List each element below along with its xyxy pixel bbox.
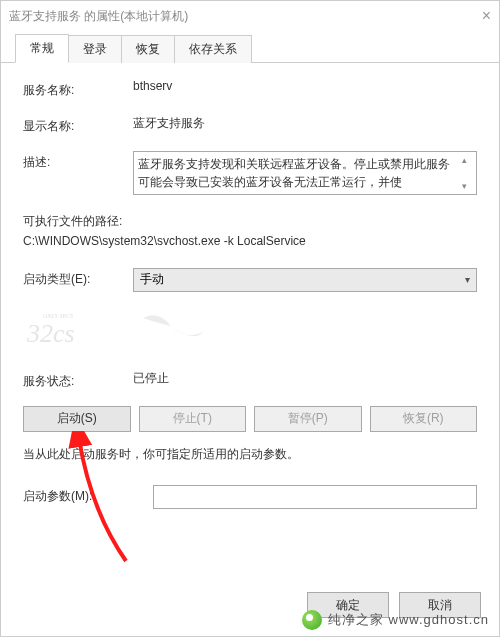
ok-button[interactable]: 确定 [307,592,389,618]
titlebar: 蓝牙支持服务 的属性(本地计算机) × [1,1,499,31]
dialog-buttons: 确定 取消 [307,592,481,618]
properties-dialog: 蓝牙支持服务 的属性(本地计算机) × 常规 登录 恢复 依存关系 服务名称: … [0,0,500,637]
service-control-buttons: 启动(S) 停止(T) 暂停(P) 恢复(R) [23,406,477,432]
start-button[interactable]: 启动(S) [23,406,131,432]
svg-text:32cs: 32cs [26,319,75,348]
tab-strip: 常规 登录 恢复 依存关系 [1,35,499,63]
description-scroll[interactable]: ▴ ▾ [456,155,472,191]
exe-path-block: 可执行文件的路径: C:\WINDOWS\system32\svchost.ex… [23,211,477,252]
label-display-name: 显示名称: [23,115,133,135]
tab-recovery[interactable]: 恢复 [121,35,175,63]
label-startup-type: 启动类型(E): [23,268,133,288]
label-description: 描述: [23,151,133,171]
svg-text:ONLY 3PCS: ONLY 3PCS [43,313,73,319]
scroll-down-icon[interactable]: ▾ [456,181,472,191]
label-service-name: 服务名称: [23,79,133,99]
close-icon[interactable]: × [482,7,491,25]
value-startup-type: 手动 [140,271,164,288]
value-service-name: bthserv [133,79,477,93]
window-title: 蓝牙支持服务 的属性(本地计算机) [9,8,188,25]
stop-button: 停止(T) [139,406,247,432]
tab-content-general: 服务名称: bthserv 显示名称: 蓝牙支持服务 描述: 蓝牙服务支持发现和… [1,63,499,541]
pause-button: 暂停(P) [254,406,362,432]
tab-general[interactable]: 常规 [15,34,69,63]
tab-dependencies[interactable]: 依存关系 [174,35,252,63]
resume-button: 恢复(R) [370,406,478,432]
chevron-down-icon: ▾ [465,274,470,285]
description-box: 蓝牙服务支持发现和关联远程蓝牙设备。停止或禁用此服务可能会导致已安装的蓝牙设备无… [133,151,477,195]
value-description: 蓝牙服务支持发现和关联远程蓝牙设备。停止或禁用此服务可能会导致已安装的蓝牙设备无… [138,155,456,191]
cancel-button[interactable]: 取消 [399,592,481,618]
value-exe-path: C:\WINDOWS\system32\svchost.exe -k Local… [23,231,477,251]
startup-param-input[interactable] [153,485,477,509]
decorative-watermark: 32cs ONLY 3PCS [23,308,477,356]
label-startup-param: 启动参数(M): [23,485,153,505]
startup-hint: 当从此处启动服务时，你可指定所适用的启动参数。 [23,446,477,463]
label-exe-path: 可执行文件的路径: [23,211,477,231]
value-display-name: 蓝牙支持服务 [133,115,477,132]
value-service-status: 已停止 [133,370,477,387]
startup-type-select[interactable]: 手动 ▾ [133,268,477,292]
label-service-status: 服务状态: [23,370,133,390]
scroll-up-icon[interactable]: ▴ [456,155,472,165]
tab-logon[interactable]: 登录 [68,35,122,63]
